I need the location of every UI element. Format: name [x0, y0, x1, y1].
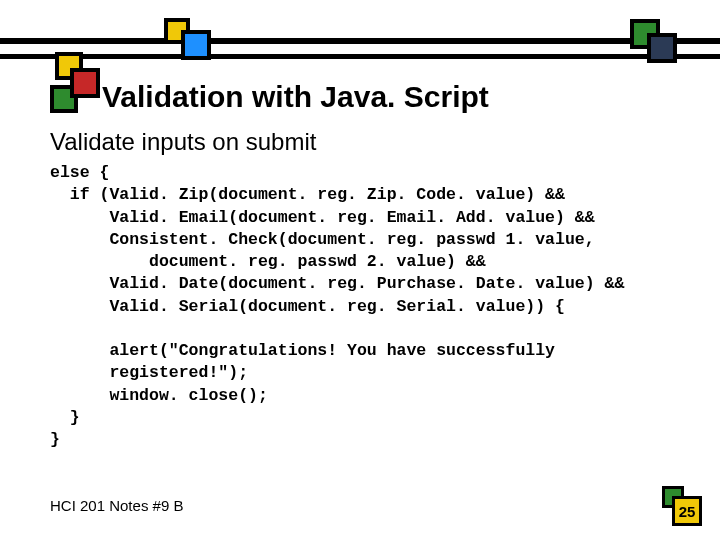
page-number: 25	[679, 503, 696, 520]
code-block: else { if (Valid. Zip(document. reg. Zip…	[50, 162, 680, 451]
square-red-icon	[70, 68, 100, 98]
header-line-thick	[0, 38, 720, 44]
page-number-decoration: 25	[662, 486, 702, 526]
square-blue-icon	[181, 30, 211, 60]
footer-text: HCI 201 Notes #9 B	[50, 497, 183, 514]
square-dark-icon	[647, 33, 677, 63]
slide-subtitle: Validate inputs on submit	[50, 128, 316, 156]
page-number-box: 25	[672, 496, 702, 526]
slide-title: Validation with Java. Script	[102, 80, 489, 114]
header-line-thin	[0, 54, 720, 59]
